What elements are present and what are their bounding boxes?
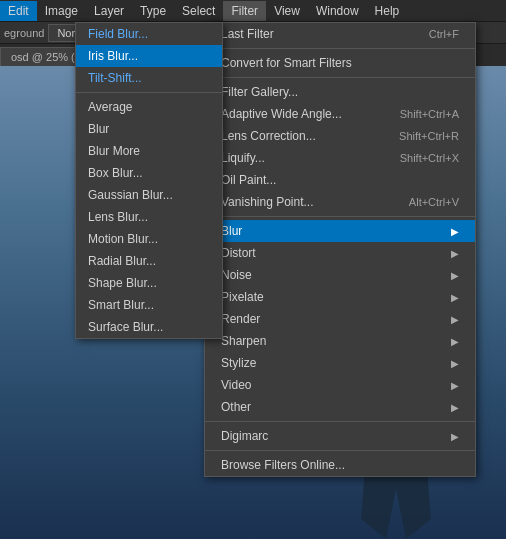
filter-video[interactable]: Video ▶ bbox=[205, 374, 475, 396]
filter-separator-2 bbox=[205, 77, 475, 78]
blur-radial[interactable]: Radial Blur... bbox=[76, 250, 222, 272]
blur-surface[interactable]: Surface Blur... bbox=[76, 316, 222, 338]
filter-oil-paint[interactable]: Oil Paint... bbox=[205, 169, 475, 191]
filter-blur[interactable]: Blur ▶ bbox=[205, 220, 475, 242]
filter-menu: Last Filter Ctrl+F Convert for Smart Fil… bbox=[204, 22, 476, 477]
menubar-item-view[interactable]: View bbox=[266, 1, 308, 21]
filter-convert-smart[interactable]: Convert for Smart Filters bbox=[205, 52, 475, 74]
distort-submenu-arrow: ▶ bbox=[451, 248, 459, 259]
filter-adaptive-wide[interactable]: Adaptive Wide Angle... Shift+Ctrl+A bbox=[205, 103, 475, 125]
sharpen-submenu-arrow: ▶ bbox=[451, 336, 459, 347]
menubar-item-filter[interactable]: Filter bbox=[223, 1, 266, 21]
noise-submenu-arrow: ▶ bbox=[451, 270, 459, 281]
filter-noise[interactable]: Noise ▶ bbox=[205, 264, 475, 286]
stylize-submenu-arrow: ▶ bbox=[451, 358, 459, 369]
menubar: Edit Image Layer Type Select Filter View… bbox=[0, 0, 506, 22]
video-submenu-arrow: ▶ bbox=[451, 380, 459, 391]
blur-box[interactable]: Box Blur... bbox=[76, 162, 222, 184]
menubar-item-image[interactable]: Image bbox=[37, 1, 86, 21]
filter-last-filter[interactable]: Last Filter Ctrl+F bbox=[205, 23, 475, 45]
filter-separator-4 bbox=[205, 421, 475, 422]
filter-browse-online[interactable]: Browse Filters Online... bbox=[205, 454, 475, 476]
background-label: eground bbox=[4, 27, 44, 39]
blur-tilt-shift[interactable]: Tilt-Shift... bbox=[76, 67, 222, 89]
filter-digimarc[interactable]: Digimarc ▶ bbox=[205, 425, 475, 447]
blur-motion[interactable]: Motion Blur... bbox=[76, 228, 222, 250]
filter-render[interactable]: Render ▶ bbox=[205, 308, 475, 330]
filter-separator-5 bbox=[205, 450, 475, 451]
filter-vanishing-point[interactable]: Vanishing Point... Alt+Ctrl+V bbox=[205, 191, 475, 213]
other-submenu-arrow: ▶ bbox=[451, 402, 459, 413]
blur-smart[interactable]: Smart Blur... bbox=[76, 294, 222, 316]
menubar-item-edit[interactable]: Edit bbox=[0, 1, 37, 21]
blur-iris-blur[interactable]: Iris Blur... bbox=[76, 45, 222, 67]
blur-shape[interactable]: Shape Blur... bbox=[76, 272, 222, 294]
menubar-item-type[interactable]: Type bbox=[132, 1, 174, 21]
menubar-item-layer[interactable]: Layer bbox=[86, 1, 132, 21]
filter-stylize[interactable]: Stylize ▶ bbox=[205, 352, 475, 374]
pixelate-submenu-arrow: ▶ bbox=[451, 292, 459, 303]
blur-more[interactable]: Blur More bbox=[76, 140, 222, 162]
filter-sharpen[interactable]: Sharpen ▶ bbox=[205, 330, 475, 352]
filter-lens-correction[interactable]: Lens Correction... Shift+Ctrl+R bbox=[205, 125, 475, 147]
blur-submenu: Field Blur... Iris Blur... Tilt-Shift...… bbox=[75, 22, 223, 339]
blur-gaussian[interactable]: Gaussian Blur... bbox=[76, 184, 222, 206]
filter-separator-1 bbox=[205, 48, 475, 49]
filter-liquify[interactable]: Liquify... Shift+Ctrl+X bbox=[205, 147, 475, 169]
blur-field-blur[interactable]: Field Blur... bbox=[76, 23, 222, 45]
filter-pixelate[interactable]: Pixelate ▶ bbox=[205, 286, 475, 308]
filter-separator-3 bbox=[205, 216, 475, 217]
filter-other[interactable]: Other ▶ bbox=[205, 396, 475, 418]
digimarc-submenu-arrow: ▶ bbox=[451, 431, 459, 442]
filter-distort[interactable]: Distort ▶ bbox=[205, 242, 475, 264]
filter-gallery[interactable]: Filter Gallery... bbox=[205, 81, 475, 103]
blur-separator bbox=[76, 92, 222, 93]
blur-average[interactable]: Average bbox=[76, 96, 222, 118]
blur-plain[interactable]: Blur bbox=[76, 118, 222, 140]
menubar-item-help[interactable]: Help bbox=[367, 1, 408, 21]
menubar-item-window[interactable]: Window bbox=[308, 1, 367, 21]
blur-submenu-arrow: ▶ bbox=[451, 226, 459, 237]
menubar-item-select[interactable]: Select bbox=[174, 1, 223, 21]
blur-lens[interactable]: Lens Blur... bbox=[76, 206, 222, 228]
render-submenu-arrow: ▶ bbox=[451, 314, 459, 325]
